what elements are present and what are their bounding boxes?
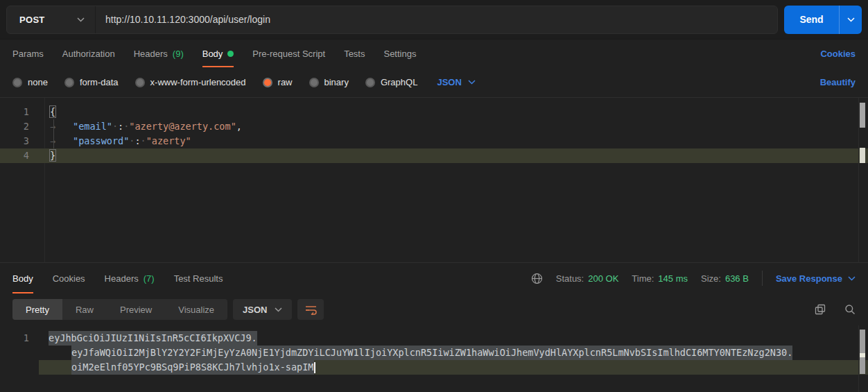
jwt-signature-segment: oiM2eElnf05YPc9BSq9PiP8S8KCJh7lvhjo1x-sa… bbox=[71, 360, 314, 375]
radio-urlencoded[interactable]: x-www-form-urlencoded bbox=[135, 77, 246, 87]
editor-cursor-line-marker bbox=[860, 148, 865, 163]
response-header: Body Cookies Headers (7) Test Results St… bbox=[0, 262, 868, 293]
response-scrollbar-thumb[interactable] bbox=[860, 330, 865, 374]
line-number: 3 bbox=[0, 134, 39, 148]
response-line-3-current: oiM2eElnf05YPc9BSq9PiP8S8KCJh7lvhjo1x-sa… bbox=[0, 360, 868, 375]
radio-form-data[interactable]: form-data bbox=[64, 77, 119, 87]
editor-line-1: 1 { bbox=[0, 105, 868, 119]
time-field: Time: 145 ms bbox=[632, 273, 688, 284]
response-headers-count: (7) bbox=[144, 273, 155, 284]
editor-scrollbar-thumb[interactable] bbox=[860, 103, 865, 128]
radio-binary[interactable]: binary bbox=[309, 77, 349, 87]
response-line-2: eyJfaWQiOiI2MjBlY2Y2Y2FiMjEyYzA0NjE1Yjdm… bbox=[0, 346, 868, 360]
response-body-viewer[interactable]: 1 eyJhbGciOiJIUzI1NiIsInR5cCI6IkpXVCJ9. … bbox=[0, 325, 868, 392]
editor-line-3: 3 →"password"·:·"azerty" bbox=[0, 134, 868, 148]
tab-settings[interactable]: Settings bbox=[383, 40, 416, 67]
radio-form-data-icon bbox=[64, 78, 74, 87]
search-icon[interactable] bbox=[844, 304, 856, 315]
copy-icon[interactable] bbox=[815, 304, 826, 315]
tab-headers[interactable]: Headers (9) bbox=[134, 40, 184, 67]
response-cursor-line-marker bbox=[860, 353, 865, 357]
request-bar: POST http://10.10.11.120:3000/api/user/l… bbox=[6, 6, 778, 34]
response-meta: Status: 200 OK Time: 145 ms Size: 636 B … bbox=[531, 263, 856, 293]
method-label: POST bbox=[19, 15, 45, 25]
chevron-down-icon bbox=[77, 17, 85, 22]
view-raw[interactable]: Raw bbox=[62, 299, 107, 320]
radio-graphql[interactable]: GraphQL bbox=[365, 77, 417, 87]
response-line-1: 1 eyJhbGciOiJIUzI1NiIsInR5cCI6IkpXVCJ9. bbox=[0, 331, 868, 346]
editor-scrollbar-track bbox=[858, 98, 859, 262]
send-button[interactable]: Send bbox=[784, 6, 862, 34]
postman-window: POST http://10.10.11.120:3000/api/user/l… bbox=[0, 0, 868, 392]
time-value: 145 ms bbox=[658, 273, 688, 284]
beautify-link[interactable]: Beautify bbox=[820, 77, 856, 87]
request-tabs: Params Authorization Headers (9) Body Pr… bbox=[0, 40, 868, 67]
network-globe-icon[interactable] bbox=[531, 273, 543, 284]
tab-params[interactable]: Params bbox=[12, 40, 44, 67]
response-tab-cookies[interactable]: Cookies bbox=[53, 263, 85, 293]
radio-none-icon bbox=[12, 78, 22, 87]
response-line-number: 1 bbox=[0, 331, 39, 346]
radio-urlencoded-icon bbox=[135, 78, 145, 87]
tab-authorization[interactable]: Authorization bbox=[62, 40, 115, 67]
request-body-editor[interactable]: 1 { 2 →"email"·:·"azerty@azerty.com", 3 … bbox=[0, 98, 868, 262]
response-scrollbar-track bbox=[858, 325, 859, 392]
view-visualize[interactable]: Visualize bbox=[165, 299, 227, 320]
raw-format-select[interactable]: JSON bbox=[437, 77, 475, 87]
headers-count: (9) bbox=[173, 49, 184, 59]
chevron-down-icon bbox=[848, 276, 856, 281]
radio-none[interactable]: none bbox=[12, 77, 48, 87]
method-select[interactable]: POST bbox=[7, 6, 96, 33]
save-response-button[interactable]: Save Response bbox=[776, 273, 856, 284]
tab-prerequest-script[interactable]: Pre-request Script bbox=[252, 40, 325, 67]
jwt-header-segment: eyJhbGciOiJIUzI1NiIsInR5cCI6IkpXVCJ9. bbox=[49, 331, 257, 346]
editor-line-4-current: 4 } bbox=[0, 148, 868, 163]
body-modified-dot bbox=[227, 51, 234, 57]
text-cursor bbox=[314, 362, 315, 373]
vertical-divider bbox=[762, 271, 763, 286]
view-preview[interactable]: Preview bbox=[107, 299, 165, 320]
response-toolbar: Pretty Raw Preview Visualize JSON bbox=[0, 293, 868, 325]
status-field: Status: 200 OK bbox=[556, 273, 619, 284]
size-value: 636 B bbox=[725, 273, 749, 284]
tab-body[interactable]: Body bbox=[202, 40, 234, 67]
response-view-switcher: Pretty Raw Preview Visualize bbox=[12, 299, 227, 320]
response-tab-headers[interactable]: Headers (7) bbox=[105, 263, 155, 293]
radio-raw[interactable]: raw bbox=[263, 77, 293, 87]
response-tab-test-results[interactable]: Test Results bbox=[174, 263, 223, 293]
radio-raw-selected-icon bbox=[263, 78, 272, 87]
current-line-highlight: oiM2eElnf05YPc9BSq9PiP8S8KCJh7lvhjo1x-sa… bbox=[39, 360, 868, 375]
response-format-select[interactable]: JSON bbox=[233, 299, 292, 320]
size-field: Size: 636 B bbox=[701, 273, 749, 284]
status-value: 200 OK bbox=[588, 273, 618, 284]
line-number: 1 bbox=[0, 105, 39, 119]
indent-guide bbox=[53, 119, 54, 148]
jwt-payload-segment: eyJfaWQiOiI2MjBlY2Y2Y2FiMjEyYzA0NjE1Yjdm… bbox=[71, 346, 792, 360]
tab-tests[interactable]: Tests bbox=[344, 40, 365, 67]
line-number: 2 bbox=[0, 119, 39, 134]
response-tool-icons bbox=[815, 304, 856, 315]
chevron-down-icon bbox=[468, 80, 476, 85]
wrap-lines-icon bbox=[305, 305, 317, 315]
close-brace: } bbox=[50, 150, 55, 161]
open-brace: { bbox=[50, 106, 55, 117]
chevron-down-icon bbox=[275, 307, 282, 312]
request-url-bar: POST http://10.10.11.120:3000/api/user/l… bbox=[0, 0, 868, 40]
url-input[interactable]: http://10.10.11.120:3000/api/user/login bbox=[96, 6, 777, 33]
editor-line-2: 2 →"email"·:·"azerty@azerty.com", bbox=[0, 119, 868, 134]
body-type-options: none form-data x-www-form-urlencoded raw… bbox=[0, 67, 868, 97]
line-number: 4 bbox=[0, 148, 39, 163]
tabs-spacer bbox=[435, 40, 801, 67]
radio-binary-icon bbox=[309, 78, 319, 87]
cookies-link[interactable]: Cookies bbox=[820, 40, 856, 67]
view-pretty[interactable]: Pretty bbox=[12, 299, 62, 320]
radio-graphql-icon bbox=[365, 78, 375, 87]
send-options-caret[interactable] bbox=[839, 6, 862, 34]
send-button-label[interactable]: Send bbox=[784, 6, 839, 34]
wrap-lines-button[interactable] bbox=[297, 299, 324, 320]
response-tab-body[interactable]: Body bbox=[12, 263, 33, 293]
